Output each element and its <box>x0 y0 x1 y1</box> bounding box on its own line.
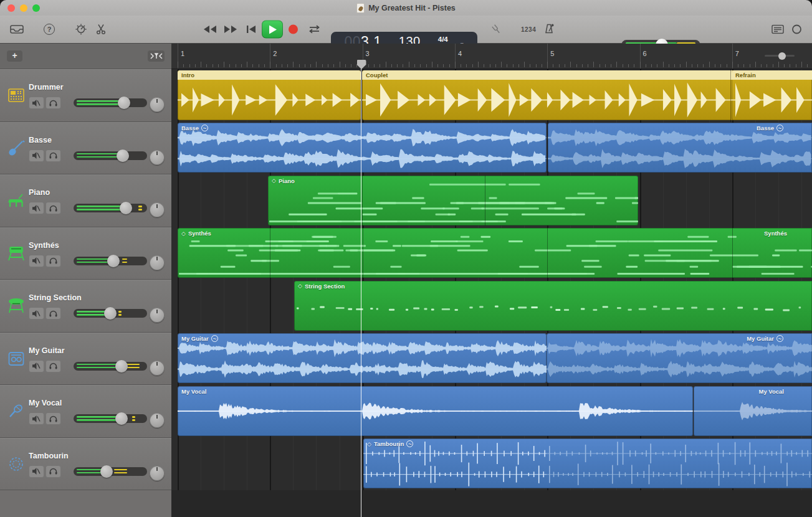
waveform <box>178 386 693 436</box>
track-volume-slider[interactable] <box>74 151 147 160</box>
solo-button[interactable] <box>45 97 61 109</box>
solo-button[interactable] <box>45 255 61 267</box>
pan-knob[interactable] <box>150 413 165 428</box>
record-button[interactable] <box>289 25 298 34</box>
region-basse-2[interactable]: Basse~ <box>548 123 812 173</box>
minimize-window-button[interactable] <box>20 4 27 12</box>
pan-knob[interactable] <box>150 308 165 323</box>
drum-machine-icon <box>6 85 26 105</box>
track-header-drummer[interactable]: Drummer <box>0 69 171 122</box>
zoom-window-button[interactable] <box>32 4 40 12</box>
pan-knob[interactable] <box>150 150 165 165</box>
count-in-button[interactable]: 1234 <box>521 26 536 33</box>
track-volume-knob[interactable] <box>115 360 128 372</box>
region-name: Synthés <box>188 230 211 237</box>
garageband-window: My Greatest Hit - Pistes ? <box>0 0 812 517</box>
ruler-measure-label: 2 <box>273 50 277 57</box>
track-header-piano[interactable]: Piano <box>0 174 171 227</box>
scissors-icon[interactable] <box>96 24 106 35</box>
pan-knob[interactable] <box>150 361 165 376</box>
track-header-basse[interactable]: Basse <box>0 122 171 175</box>
quick-help-icon[interactable] <box>791 24 802 35</box>
track-volume-knob[interactable] <box>120 202 132 214</box>
track-header-tambourin[interactable]: Tambourin <box>0 438 171 491</box>
track-volume-knob[interactable] <box>104 307 117 320</box>
track-volume-knob[interactable] <box>100 465 113 478</box>
track-volume-slider[interactable] <box>74 414 147 423</box>
microphone-icon <box>6 401 26 421</box>
track-volume-slider[interactable] <box>74 309 147 318</box>
track-header-synthés[interactable]: Synthés <box>0 227 171 280</box>
region-drummer-refrain[interactable]: Refrain <box>732 70 812 120</box>
track-volume-slider[interactable] <box>74 467 147 476</box>
region-name: Basse <box>181 125 199 131</box>
track-volume-knob[interactable] <box>118 97 130 109</box>
mute-button[interactable] <box>29 360 44 372</box>
bass-guitar-icon <box>6 138 26 158</box>
region-basse[interactable]: Basse~ <box>178 123 547 173</box>
play-button[interactable] <box>262 21 283 39</box>
track-volume-knob[interactable] <box>117 149 129 162</box>
solo-button[interactable] <box>45 360 61 372</box>
display-mode-icon[interactable] <box>771 25 784 34</box>
tuner-icon[interactable] <box>491 24 502 35</box>
mute-button[interactable] <box>29 412 44 425</box>
solo-button[interactable] <box>45 202 61 214</box>
region-name: My Guitar <box>747 335 774 342</box>
region-strings[interactable]: ◇String Section <box>294 281 812 331</box>
metronome-icon[interactable] <box>543 24 555 35</box>
track-volume-knob[interactable] <box>107 255 120 267</box>
pan-knob[interactable] <box>150 255 165 270</box>
track-volume-slider[interactable] <box>74 204 147 212</box>
track-volume-slider[interactable] <box>74 362 147 371</box>
region-vocal-2[interactable]: My Vocal <box>694 386 812 436</box>
region-name: Refrain <box>732 70 812 80</box>
library-icon[interactable] <box>10 24 24 34</box>
timeline-ruler[interactable]: 1234567 <box>171 44 812 69</box>
region-vocal[interactable]: My Vocal <box>178 386 693 436</box>
rewind-button[interactable] <box>203 26 217 33</box>
mute-button[interactable] <box>29 149 44 162</box>
lcd-time-signature: 4/4 <box>434 35 452 44</box>
solo-button[interactable] <box>45 149 61 162</box>
close-window-button[interactable] <box>7 4 15 12</box>
pan-knob[interactable] <box>150 97 165 112</box>
add-track-button[interactable]: + <box>7 50 22 62</box>
mute-button[interactable] <box>29 97 44 109</box>
solo-button[interactable] <box>45 412 61 425</box>
pan-knob[interactable] <box>150 202 165 217</box>
pan-knob[interactable] <box>150 466 165 481</box>
track-volume-knob[interactable] <box>115 412 128 425</box>
track-header-my-guitar[interactable]: My Guitar <box>0 333 171 386</box>
region-tambourin[interactable]: ◇Tambourin~ <box>363 439 812 488</box>
playhead[interactable] <box>361 60 361 517</box>
region-guitar[interactable]: My Guitar~ <box>178 333 547 383</box>
go-to-beginning-button[interactable] <box>247 26 256 34</box>
horizontal-zoom-slider[interactable] <box>765 55 795 57</box>
mute-button[interactable] <box>29 202 44 214</box>
smart-controls-icon[interactable] <box>75 23 87 36</box>
ruler-measure-label: 7 <box>735 50 739 57</box>
horizontal-zoom-knob[interactable] <box>778 52 786 60</box>
region-synths[interactable]: ◇Synthés Synthés <box>178 228 812 278</box>
region-drummer-intro[interactable]: Intro <box>178 70 361 120</box>
region-guitar-2[interactable]: My Guitar~ <box>547 333 812 383</box>
help-icon[interactable]: ? <box>44 24 55 35</box>
cycle-button[interactable] <box>308 25 321 34</box>
fast-forward-button[interactable] <box>224 26 237 33</box>
solo-button[interactable] <box>45 465 61 478</box>
mute-button[interactable] <box>29 465 44 478</box>
solo-button[interactable] <box>45 307 61 320</box>
track-header-strip: + <box>0 44 171 69</box>
catch-playhead-button[interactable] <box>148 50 165 62</box>
follow-tempo-icon: ~ <box>776 335 783 342</box>
mute-button[interactable] <box>29 307 44 320</box>
track-name: Drummer <box>29 83 64 92</box>
mute-button[interactable] <box>29 255 44 267</box>
track-header-my-vocal[interactable]: My Vocal <box>0 385 171 438</box>
track-volume-slider[interactable] <box>74 98 147 107</box>
region-piano[interactable]: ◇Piano <box>268 176 638 225</box>
track-header-string-section[interactable]: String Section <box>0 280 171 333</box>
track-name: Synthés <box>29 241 59 250</box>
track-volume-slider[interactable] <box>74 257 147 265</box>
